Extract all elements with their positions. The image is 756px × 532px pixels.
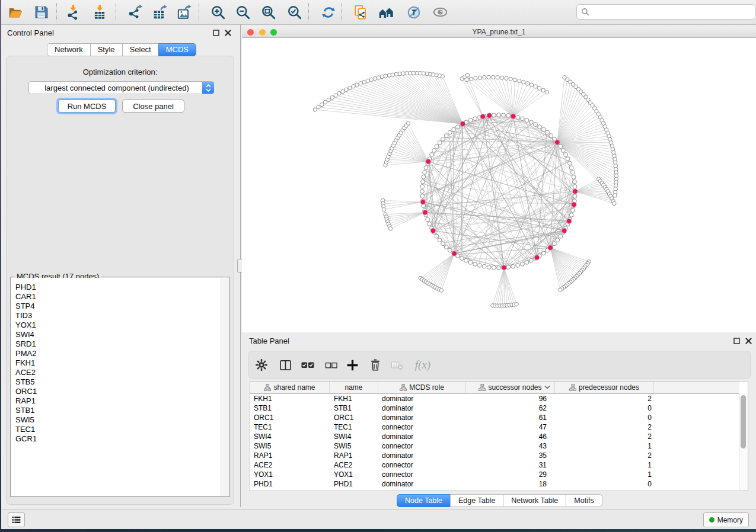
column-label: MCDS role [409,383,444,392]
table-cell: 18 [466,480,555,488]
search-input[interactable] [592,7,755,17]
table-cell: 0 [555,404,654,412]
result-item[interactable]: CAR1 [11,292,221,302]
result-item[interactable]: PMA2 [11,349,221,358]
search-box[interactable] [576,4,756,20]
table-row[interactable]: FKH1FKH1dominator962 [250,394,739,403]
memory-label: Memory [717,516,743,524]
memory-button[interactable]: Memory [703,512,749,527]
home-icon[interactable] [378,4,394,20]
table-row[interactable]: TEC1TEC1connector472 [250,422,739,432]
settings-gear-icon[interactable] [254,357,269,373]
save-session-icon[interactable] [33,4,49,20]
column-layout-icon[interactable] [277,357,293,373]
table-cell: 47 [466,423,555,431]
tab-network[interactable]: Network [47,43,91,56]
attribute-icon [569,384,576,391]
mcds-result-list[interactable]: PHD1CAR1STP4TID3YOX1SWI4SRD1PMA2FKH1ACE2… [11,278,221,496]
result-item[interactable]: ACE2 [11,368,221,377]
mcds-tab-content: Optimization criterion: largest connecte… [6,56,234,505]
tab-edge-table[interactable]: Edge Table [450,494,503,507]
refresh-icon[interactable] [320,4,336,20]
show-panels-button[interactable] [8,512,25,527]
result-item[interactable]: RAP1 [11,396,221,406]
column-header-mcds-role[interactable]: MCDS role [378,382,466,393]
close-panel-icon[interactable] [225,30,231,36]
table-row[interactable]: YOX1YOX1connector291 [250,470,739,479]
close-panel-button[interactable]: Close panel [122,100,184,113]
mcds-list-scrollbar[interactable] [221,278,229,496]
table-cell: STB1 [250,404,330,412]
show-labels-eye-icon[interactable] [432,4,448,20]
table-scrollbar-thumb[interactable] [741,395,746,448]
tab-node-table[interactable]: Node Table [397,494,451,507]
table-row[interactable]: ACE2ACE2connector311 [250,460,739,470]
export-table-icon[interactable] [151,4,167,20]
fx-label: f(x) [415,358,430,371]
clone-network-icon[interactable] [352,4,368,20]
import-network-icon[interactable] [65,4,81,20]
result-item[interactable]: STB1 [11,406,221,415]
tab-select[interactable]: Select [122,43,159,56]
deselect-all-columns-icon[interactable] [323,357,339,373]
result-item[interactable]: TEC1 [11,425,221,434]
network-view-canvas[interactable] [242,38,756,332]
float-panel-icon[interactable] [213,30,219,36]
toolbar-separator [308,3,309,21]
add-column-icon[interactable] [344,357,360,373]
column-header-shared-name[interactable]: shared name [250,382,330,393]
table-cell: dominator [378,432,466,441]
zoom-selected-icon[interactable] [286,4,302,20]
sort-desc-icon[interactable] [544,385,550,389]
export-image-icon[interactable] [176,4,192,20]
zoom-fit-icon[interactable] [260,4,276,20]
result-item[interactable]: SWI5 [11,415,221,425]
tab-network-table[interactable]: Network Table [503,494,566,507]
network-window-title: YPA_prune.txt_1 [242,28,756,36]
result-item[interactable]: GCR1 [11,434,221,444]
close-panel-icon[interactable] [745,338,752,344]
table-cell: RAP1 [250,451,330,460]
table-cell: 1 [555,461,654,469]
column-header-successor-nodes[interactable]: successor nodes [466,382,555,393]
result-item[interactable]: STP4 [11,302,221,311]
table-scrollbar[interactable] [739,393,748,491]
table-row[interactable]: SWI4SWI4dominator462 [250,432,739,441]
table-row[interactable]: PHD1PHD1dominator180 [250,479,739,489]
attribute-icon [479,384,486,391]
run-mcds-button[interactable]: Run MCDS [58,100,116,113]
result-item[interactable]: STB5 [11,377,221,387]
criterion-dropdown[interactable]: largest connected component (undirected) [28,81,214,94]
result-item[interactable]: ORC1 [11,387,221,396]
tab-motifs[interactable]: Motifs [566,494,602,507]
column-header-name[interactable]: name [330,382,378,393]
table-cell: 2 [555,451,654,460]
delete-column-trash-icon[interactable] [368,357,383,373]
hide-labels-icon[interactable] [406,4,422,20]
result-item[interactable]: PHD1 [11,283,221,292]
tab-style[interactable]: Style [90,43,123,56]
float-panel-icon[interactable] [733,338,740,344]
import-table-icon[interactable] [91,4,107,20]
result-item[interactable]: SRD1 [11,339,221,349]
zoom-out-icon[interactable] [235,4,251,20]
result-item[interactable]: TID3 [11,311,221,321]
open-file-icon[interactable] [7,4,23,20]
table-row[interactable]: ORC1ORC1dominator610 [250,413,739,422]
result-item[interactable]: YOX1 [11,321,221,330]
tab-mcds[interactable]: MCDS [158,43,196,56]
table-cell: 2 [555,423,654,431]
export-network-icon[interactable] [127,4,143,20]
column-header-predecessor-nodes[interactable]: predecessor nodes [555,382,654,393]
zoom-in-icon[interactable] [210,4,226,20]
table-row[interactable]: RAP1RAP1dominator352 [250,451,739,460]
toolbar-separator [199,3,199,21]
network-window-titlebar[interactable]: YPA_prune.txt_1 [242,27,756,38]
select-all-columns-icon[interactable] [300,357,315,373]
table-cell: PHD1 [330,480,378,488]
result-item[interactable]: FKH1 [11,358,221,368]
table-cell: 0 [555,414,654,422]
table-row[interactable]: STB1STB1dominator620 [250,403,739,413]
table-row[interactable]: SWI5SWI5connector431 [250,441,739,451]
result-item[interactable]: SWI4 [11,330,221,339]
